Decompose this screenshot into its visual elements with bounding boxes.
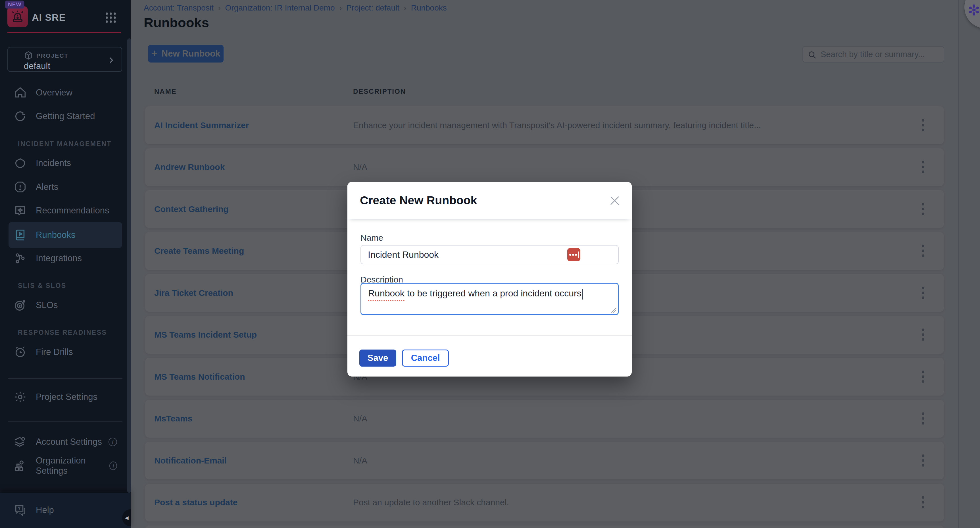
sidebar-item-label: SLOs	[36, 300, 58, 310]
info-icon[interactable]: i	[109, 461, 117, 470]
app-logo[interactable]	[7, 6, 28, 27]
sidebar-item-label: Overview	[36, 88, 72, 98]
brand-divider	[7, 32, 121, 33]
target-icon	[14, 299, 27, 312]
home-icon	[14, 86, 27, 99]
close-icon[interactable]	[608, 194, 622, 207]
sidebar-item-label: Incidents	[36, 158, 71, 168]
sidebar-item-project-settings[interactable]: Project Settings	[8, 387, 122, 407]
alerts-icon	[14, 180, 27, 193]
svg-text:?: ?	[18, 506, 21, 510]
password-manager-autofill-icon[interactable]	[567, 248, 580, 261]
cube-icon	[24, 51, 33, 60]
sidebar-item-slos[interactable]: SLOs	[8, 295, 122, 315]
runbooks-icon	[14, 228, 27, 242]
project-label: PROJECT	[37, 52, 68, 59]
modal-title: Create New Runbook	[360, 194, 477, 207]
collapse-arrow-icon: ◀	[125, 515, 128, 521]
sidebar-item-label: Fire Drills	[36, 347, 73, 357]
recommendations-icon	[14, 204, 27, 217]
sidebar: NEW AI SRE PROJECT default	[0, 0, 130, 528]
sidebar-item-recommendations[interactable]: Recommendations	[8, 201, 122, 220]
help-chat-icon: ?	[14, 504, 27, 517]
save-button[interactable]: Save	[360, 349, 396, 367]
gear-icon	[14, 391, 27, 404]
sidebar-item-label: Integrations	[36, 253, 82, 263]
chevron-right-icon	[107, 56, 115, 64]
integrations-icon	[14, 252, 27, 265]
spellcheck-underline	[368, 300, 404, 301]
sidebar-item-runbooks[interactable]: Runbooks	[8, 222, 122, 248]
cancel-button[interactable]: Cancel	[402, 349, 449, 367]
modal-footer: Save Cancel	[347, 335, 632, 376]
sidebar-item-help[interactable]: ? Help	[8, 500, 122, 520]
app-root: NEW AI SRE PROJECT default	[0, 0, 980, 528]
sidebar-item-overview[interactable]: Overview	[8, 83, 122, 102]
sidebar-item-label: Getting Started	[36, 111, 95, 121]
project-selector[interactable]: PROJECT default	[7, 47, 122, 72]
name-label: Name	[361, 233, 383, 243]
alarm-clock-icon	[14, 346, 27, 359]
sidebar-item-organization-settings[interactable]: Organization Settings i	[8, 456, 122, 476]
sidebar-item-incidents[interactable]: Incidents	[8, 153, 122, 173]
getting-started-icon	[14, 110, 27, 123]
sidebar-item-label: Alerts	[36, 182, 58, 192]
layers-gear-icon	[14, 435, 27, 448]
org-gear-icon	[14, 459, 27, 472]
info-icon[interactable]: i	[108, 438, 117, 446]
sidebar-item-account-settings[interactable]: Account Settings i	[8, 432, 122, 452]
sidebar-item-fire-drills[interactable]: Fire Drills	[8, 342, 122, 362]
sidebar-divider	[8, 378, 123, 379]
sidebar-item-label: Runbooks	[36, 230, 76, 240]
section-header-response-readiness: RESPONSE READINESS	[18, 327, 107, 338]
section-header-slis-slos: SLIS & SLOS	[18, 280, 67, 291]
runbook-description-textarea[interactable]: Runbook to be triggered when a prod inci…	[361, 283, 619, 315]
resize-handle[interactable]	[611, 308, 616, 313]
sidebar-item-label: Help	[36, 505, 54, 515]
sidebar-item-getting-started[interactable]: Getting Started	[8, 106, 122, 126]
text-caret	[582, 289, 582, 300]
sidebar-item-label: Account Settings	[36, 437, 102, 447]
sidebar-item-integrations[interactable]: Integrations	[8, 248, 122, 268]
sidebar-divider	[8, 421, 123, 422]
sidebar-item-alerts[interactable]: Alerts	[8, 177, 122, 197]
incidents-icon	[14, 156, 27, 170]
modal-header: Create New Runbook	[347, 182, 632, 219]
brand-title: AI SRE	[32, 12, 65, 23]
apps-grid-icon[interactable]	[105, 11, 117, 24]
project-value: default	[24, 61, 50, 71]
sidebar-scrollbar[interactable]	[127, 38, 131, 493]
siren-logo-icon	[10, 9, 25, 24]
description-text: Runbook to be triggered when a prod inci…	[368, 288, 581, 298]
sidebar-item-label: Recommendations	[36, 206, 109, 216]
new-badge: NEW	[5, 0, 24, 8]
extension-flower-icon: ✻	[968, 2, 980, 19]
create-runbook-modal: Create New Runbook Name Description Runb…	[347, 182, 632, 376]
sidebar-item-label: Project Settings	[36, 392, 97, 402]
sidebar-item-label: Organization Settings	[36, 456, 109, 476]
section-header-incident-management: INCIDENT MANAGEMENT	[18, 138, 111, 150]
